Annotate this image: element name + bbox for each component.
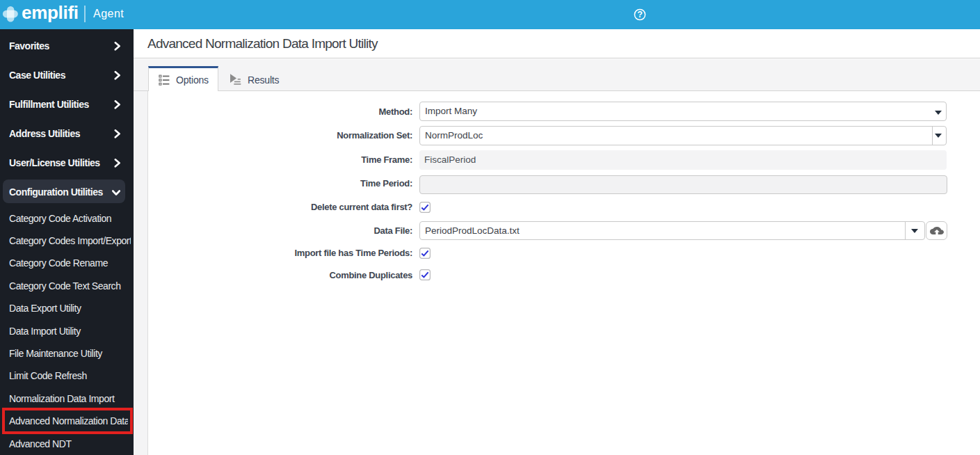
svg-text:?: ?	[637, 10, 643, 19]
